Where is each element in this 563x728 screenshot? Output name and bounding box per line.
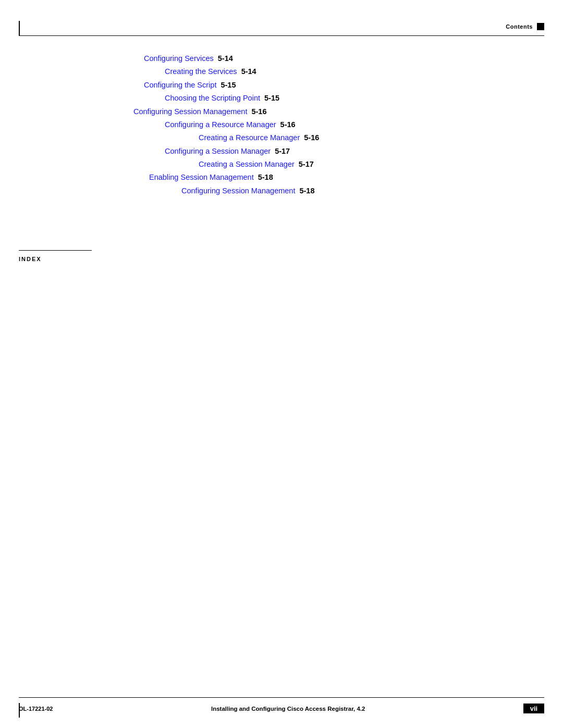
top-border (19, 35, 544, 36)
list-item: Creating a Resource Manager 5-16 (19, 131, 544, 144)
footer-doc-id: OL-17221-02 (19, 706, 53, 712)
index-label[interactable]: Index (19, 256, 42, 262)
toc-page-configuring-session-manager: 5-17 (275, 145, 290, 158)
toc-page-enabling-session-management: 5-18 (258, 171, 273, 184)
toc-page-creating-services: 5-14 (241, 65, 256, 78)
toc-list: Configuring Services 5-14 Creating the S… (19, 52, 544, 198)
footer-page-number: vii (523, 704, 544, 713)
header-area: Contents (506, 23, 544, 30)
list-item: Configuring Session Management 5-18 (19, 184, 544, 198)
toc-link-configuring-session-management-2[interactable]: Configuring Session Management (181, 184, 295, 198)
toc-link-configuring-session-management-1[interactable]: Configuring Session Management (133, 105, 247, 118)
footer-area: OL-17221-02 Installing and Configuring C… (19, 704, 544, 713)
list-item: Creating the Services 5-14 (19, 65, 544, 78)
list-item: Configuring Session Management 5-16 (19, 105, 544, 118)
toc-page-configuring-resource-manager: 5-16 (280, 118, 296, 131)
footer-left: OL-17221-02 (19, 706, 53, 712)
toc-page-creating-resource-manager: 5-16 (304, 131, 319, 144)
header-contents-label: Contents (506, 23, 533, 30)
toc-page-configuring-script: 5-15 (221, 79, 236, 92)
toc-link-configuring-script[interactable]: Configuring the Script (144, 79, 216, 92)
footer-title: Installing and Configuring Cisco Access … (74, 706, 503, 712)
toc-page-configuring-session-management-2: 5-18 (299, 184, 314, 198)
list-item: Configuring a Resource Manager 5-16 (19, 118, 544, 131)
main-content: Configuring Services 5-14 Creating the S… (19, 52, 544, 198)
toc-link-configuring-session-manager[interactable]: Configuring a Session Manager (165, 145, 271, 158)
toc-page-configuring-session-management-1: 5-16 (251, 105, 266, 118)
index-divider (19, 250, 92, 251)
toc-link-choosing-scripting-point[interactable]: Choosing the Scripting Point (165, 92, 260, 105)
toc-page-choosing-scripting-point: 5-15 (264, 92, 279, 105)
toc-link-creating-resource-manager[interactable]: Creating a Resource Manager (199, 131, 300, 144)
footer-right: vii (523, 704, 544, 713)
list-item: Configuring the Script 5-15 (19, 79, 544, 92)
toc-link-configuring-resource-manager[interactable]: Configuring a Resource Manager (165, 118, 276, 131)
bottom-border (19, 697, 544, 698)
toc-link-creating-services[interactable]: Creating the Services (165, 65, 237, 78)
left-top-bar (19, 21, 20, 35)
list-item: Configuring a Session Manager 5-17 (19, 145, 544, 158)
list-item: Choosing the Scripting Point 5-15 (19, 92, 544, 105)
toc-page-configuring-services: 5-14 (218, 52, 233, 65)
list-item: Enabling Session Management 5-18 (19, 171, 544, 184)
list-item: Configuring Services 5-14 (19, 52, 544, 65)
header-square (537, 23, 544, 30)
list-item: Creating a Session Manager 5-17 (19, 158, 544, 171)
toc-link-configuring-services[interactable]: Configuring Services (144, 52, 214, 65)
toc-page-creating-session-manager: 5-17 (299, 158, 314, 171)
index-section: Index (19, 250, 92, 263)
toc-link-creating-session-manager[interactable]: Creating a Session Manager (199, 158, 295, 171)
toc-link-enabling-session-management[interactable]: Enabling Session Management (149, 171, 254, 184)
